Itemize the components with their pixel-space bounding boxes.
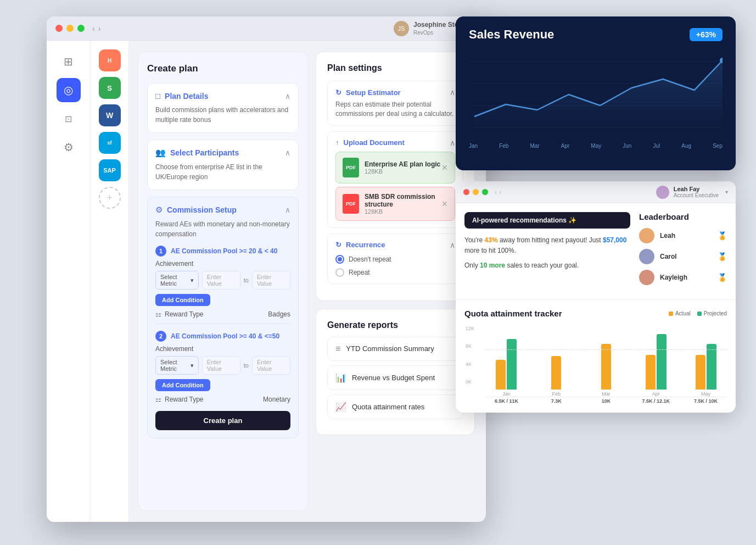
- plan-settings-title: Plan settings: [327, 63, 463, 73]
- file-1-info: Enterprise AE plan logic 128KB: [365, 160, 440, 175]
- second-nav-arrows: ‹ ›: [495, 188, 501, 196]
- carol-medal: 🏅: [718, 252, 727, 261]
- commission-setup-title: Commission Setup: [167, 205, 237, 214]
- pool-1-header: 1 AE Commission Pool >= 20 & < 40: [155, 246, 290, 257]
- radio-doesnt-repeat-dot[interactable]: [335, 255, 344, 264]
- integration-salesforce[interactable]: sf: [99, 132, 121, 154]
- pool-2-value2-input[interactable]: Enter Value: [252, 356, 290, 375]
- bar-3-label: Mar: [602, 391, 611, 397]
- recurrence-chevron-icon[interactable]: ∧: [450, 241, 455, 249]
- chart-label-mar: Mar: [530, 143, 539, 149]
- quota-attainment-label: Quota attainment rates: [352, 403, 424, 411]
- commission-chevron-icon[interactable]: ∧: [285, 205, 290, 214]
- ai-highlight-43: 43%: [485, 236, 498, 244]
- y-label-12k: 12K: [466, 326, 474, 331]
- create-plan-button[interactable]: Create plan: [155, 411, 290, 430]
- forward-arrow[interactable]: ›: [98, 24, 101, 33]
- pool-2-add-condition-button[interactable]: Add Condition: [155, 379, 210, 391]
- quota-chart-area: 12K 8K 4K 0K: [464, 326, 727, 397]
- actual-legend-dot: [669, 312, 673, 316]
- recurrence-title: Recurrence: [346, 241, 385, 249]
- pool-2-metric-select[interactable]: Select Metric ▾: [155, 356, 199, 375]
- integration-hubspot[interactable]: H: [99, 49, 121, 71]
- second-dropdown-icon[interactable]: ▾: [725, 189, 728, 195]
- setup-estimator-header: ↻ Setup Estimator ∧: [335, 88, 455, 97]
- pool-1-add-condition-button[interactable]: Add Condition: [155, 294, 210, 306]
- upload-chevron-icon[interactable]: ∧: [450, 138, 455, 147]
- report-quota-attainment[interactable]: 📈 Quota attainment rates: [327, 394, 463, 419]
- second-minimize-button[interactable]: [473, 189, 479, 195]
- radio-repeat-dot[interactable]: [335, 268, 344, 277]
- sales-revenue-badge: +63%: [690, 28, 723, 41]
- right-panel: Plan settings ↻ Setup Estimator ∧ Reps c…: [316, 52, 475, 511]
- bar-value-labels: 6.5K / 11K 7.3K 10K 7.5K / 12.1K 7.5K / …: [464, 398, 727, 404]
- minimize-button[interactable]: [66, 25, 74, 32]
- back-arrow[interactable]: ‹: [92, 24, 95, 33]
- leaderboard-title: Leaderboard: [639, 212, 727, 221]
- sidebar-item-grid[interactable]: ⊞: [57, 49, 81, 74]
- traffic-lights: [55, 25, 85, 32]
- sidebar-item-target[interactable]: ◎: [57, 78, 81, 102]
- commission-icon: ⚙: [155, 205, 163, 215]
- file-1: PDF Enterprise AE plan logic 128KB ✕: [335, 152, 455, 183]
- plan-details-description: Build commission plans with accelerators…: [155, 105, 290, 125]
- integration-word[interactable]: W: [99, 104, 121, 126]
- pool-1-label: AE Commission Pool >= 20 & < 40: [171, 247, 277, 255]
- pool-1-achievement-label: Achievement: [155, 260, 290, 268]
- sales-header: Sales Revenue +63%: [469, 27, 723, 42]
- bar-projected-1: [507, 339, 517, 390]
- pool-1-value2-input[interactable]: Enter Value: [252, 271, 290, 290]
- quota-header: Quota attainment tracker Actual Projecte…: [464, 309, 727, 318]
- recurrence-doesnt-repeat[interactable]: Doesn't repeat: [335, 255, 455, 264]
- ai-highlight-57k: $57,000: [603, 236, 626, 244]
- file-2-close-button[interactable]: ✕: [441, 199, 448, 208]
- close-button[interactable]: [55, 25, 63, 32]
- svg-marker-4: [474, 60, 723, 127]
- plan-details-header: □ Plan Details ∧: [155, 91, 290, 101]
- plan-details-chevron-icon[interactable]: ∧: [285, 92, 290, 101]
- leaderboard-section: Leaderboard Leah 🏅 Carol 🏅 Kayleigh: [639, 212, 727, 291]
- pool-2-value1-input[interactable]: Enter Value: [202, 356, 240, 375]
- metric-label-2: Select Metric: [160, 359, 188, 372]
- second-forward-arrow[interactable]: ›: [499, 188, 501, 196]
- sidebar-item-settings[interactable]: ⚙: [57, 135, 81, 159]
- integrations-sidebar: H S W sf SAP +: [91, 41, 129, 522]
- second-back-arrow[interactable]: ‹: [495, 188, 497, 196]
- second-close-button[interactable]: [463, 189, 469, 195]
- report-ytd-commission[interactable]: ≡ YTD Commission Summary: [327, 337, 463, 361]
- pool-2-achievement-label: Achievement: [155, 345, 290, 353]
- integration-sheets[interactable]: S: [99, 77, 121, 99]
- recurrence-repeat[interactable]: Repeat: [335, 268, 455, 277]
- pool-2: 2 AE Commission Pool >= 40 & <=50 Achiev…: [155, 331, 290, 403]
- revenue-budget-icon: 📊: [335, 372, 346, 383]
- plan-details-title-row: □ Plan Details: [155, 91, 208, 101]
- ytd-commission-icon: ≡: [335, 344, 340, 354]
- second-window-content: AI-powered recommendations ✨ You're 43% …: [456, 203, 736, 299]
- report-revenue-budget[interactable]: 📊 Revenue vs Budget Spent: [327, 365, 463, 390]
- legend-projected: Projected: [697, 310, 727, 316]
- pool-1-reward-value: Badges: [268, 310, 290, 318]
- val-label-5: 7.5K / 10K: [685, 398, 727, 404]
- carol-avatar: [639, 249, 654, 264]
- pool-divider: [155, 324, 290, 324]
- second-fullscreen-button[interactable]: [482, 189, 488, 195]
- bar-group-3: Mar: [585, 344, 628, 397]
- fullscreen-button[interactable]: [77, 25, 85, 32]
- participants-chevron-icon[interactable]: ∧: [285, 148, 290, 157]
- recurrence-title-row: ↻ Recurrence: [335, 241, 385, 249]
- sidebar-item-camera[interactable]: ⊡: [57, 107, 81, 131]
- file-1-close-button[interactable]: ✕: [441, 163, 448, 172]
- ai-recommendation-text2: Only 10 more sales to reach your goal.: [464, 260, 630, 271]
- integration-sap[interactable]: SAP: [99, 159, 121, 181]
- bar-projected-5: [707, 344, 716, 390]
- metric-chevron-icon-2: ▾: [191, 362, 194, 369]
- ytd-commission-label: YTD Commission Summary: [346, 344, 434, 353]
- pool-1-value1-input[interactable]: Enter Value: [202, 271, 240, 290]
- leaderboard-item-3: Kayleigh 🏅: [639, 270, 727, 285]
- bar-group-5: May: [685, 344, 727, 397]
- quota-legend: Actual Projected: [669, 310, 727, 316]
- pool-1-metric-select[interactable]: Select Metric ▾: [155, 271, 199, 290]
- add-integration-button[interactable]: +: [99, 187, 121, 209]
- estimator-chevron-icon[interactable]: ∧: [450, 88, 455, 97]
- bar-group-4: Apr: [635, 334, 677, 397]
